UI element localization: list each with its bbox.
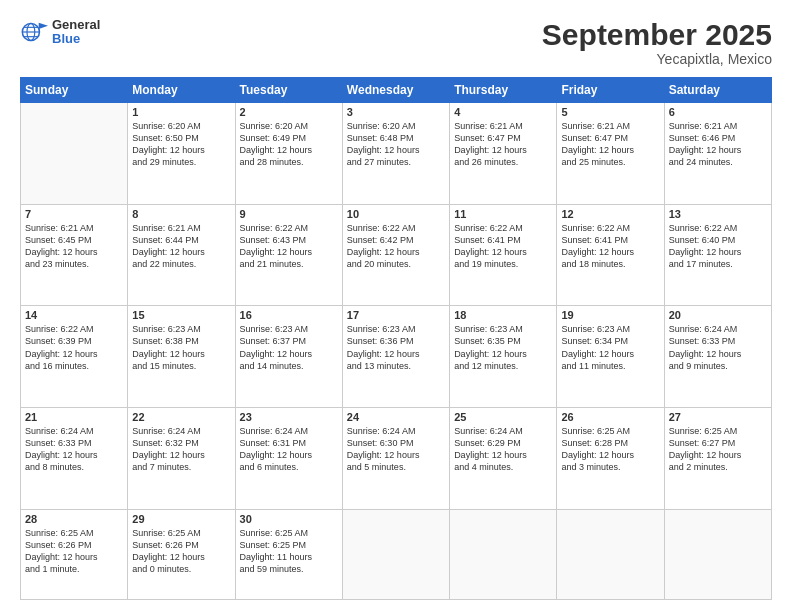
day-number: 19: [561, 309, 659, 321]
day-info: Sunrise: 6:23 AMSunset: 6:36 PMDaylight:…: [347, 323, 445, 372]
table-row: 4Sunrise: 6:21 AMSunset: 6:47 PMDaylight…: [450, 103, 557, 205]
calendar-table: Sunday Monday Tuesday Wednesday Thursday…: [20, 77, 772, 600]
table-row: 22Sunrise: 6:24 AMSunset: 6:32 PMDayligh…: [128, 407, 235, 509]
title-block: September 2025 Yecapixtla, Mexico: [542, 18, 772, 67]
day-info: Sunrise: 6:21 AMSunset: 6:47 PMDaylight:…: [561, 120, 659, 169]
day-info: Sunrise: 6:24 AMSunset: 6:30 PMDaylight:…: [347, 425, 445, 474]
day-info: Sunrise: 6:22 AMSunset: 6:43 PMDaylight:…: [240, 222, 338, 271]
day-number: 22: [132, 411, 230, 423]
table-row: 8Sunrise: 6:21 AMSunset: 6:44 PMDaylight…: [128, 204, 235, 306]
day-info: Sunrise: 6:22 AMSunset: 6:40 PMDaylight:…: [669, 222, 767, 271]
day-info: Sunrise: 6:23 AMSunset: 6:38 PMDaylight:…: [132, 323, 230, 372]
day-number: 6: [669, 106, 767, 118]
day-info: Sunrise: 6:25 AMSunset: 6:25 PMDaylight:…: [240, 527, 338, 576]
day-number: 24: [347, 411, 445, 423]
calendar-week-3: 14Sunrise: 6:22 AMSunset: 6:39 PMDayligh…: [21, 306, 772, 408]
table-row: 13Sunrise: 6:22 AMSunset: 6:40 PMDayligh…: [664, 204, 771, 306]
day-number: 28: [25, 513, 123, 525]
table-row: 5Sunrise: 6:21 AMSunset: 6:47 PMDaylight…: [557, 103, 664, 205]
day-number: 1: [132, 106, 230, 118]
day-info: Sunrise: 6:24 AMSunset: 6:32 PMDaylight:…: [132, 425, 230, 474]
day-number: 20: [669, 309, 767, 321]
day-info: Sunrise: 6:21 AMSunset: 6:47 PMDaylight:…: [454, 120, 552, 169]
col-friday: Friday: [557, 78, 664, 103]
calendar-title: September 2025: [542, 18, 772, 51]
table-row: 18Sunrise: 6:23 AMSunset: 6:35 PMDayligh…: [450, 306, 557, 408]
table-row: 10Sunrise: 6:22 AMSunset: 6:42 PMDayligh…: [342, 204, 449, 306]
table-row: 7Sunrise: 6:21 AMSunset: 6:45 PMDaylight…: [21, 204, 128, 306]
day-number: 2: [240, 106, 338, 118]
table-row: [664, 509, 771, 599]
day-number: 30: [240, 513, 338, 525]
table-row: 17Sunrise: 6:23 AMSunset: 6:36 PMDayligh…: [342, 306, 449, 408]
day-info: Sunrise: 6:25 AMSunset: 6:26 PMDaylight:…: [132, 527, 230, 576]
day-info: Sunrise: 6:23 AMSunset: 6:35 PMDaylight:…: [454, 323, 552, 372]
table-row: 19Sunrise: 6:23 AMSunset: 6:34 PMDayligh…: [557, 306, 664, 408]
day-number: 26: [561, 411, 659, 423]
day-number: 14: [25, 309, 123, 321]
day-info: Sunrise: 6:21 AMSunset: 6:45 PMDaylight:…: [25, 222, 123, 271]
day-number: 16: [240, 309, 338, 321]
table-row: 28Sunrise: 6:25 AMSunset: 6:26 PMDayligh…: [21, 509, 128, 599]
table-row: 12Sunrise: 6:22 AMSunset: 6:41 PMDayligh…: [557, 204, 664, 306]
day-info: Sunrise: 6:25 AMSunset: 6:26 PMDaylight:…: [25, 527, 123, 576]
table-row: 15Sunrise: 6:23 AMSunset: 6:38 PMDayligh…: [128, 306, 235, 408]
day-info: Sunrise: 6:20 AMSunset: 6:49 PMDaylight:…: [240, 120, 338, 169]
day-number: 4: [454, 106, 552, 118]
logo-text: General Blue: [52, 18, 100, 47]
day-number: 13: [669, 208, 767, 220]
table-row: 2Sunrise: 6:20 AMSunset: 6:49 PMDaylight…: [235, 103, 342, 205]
table-row: 27Sunrise: 6:25 AMSunset: 6:27 PMDayligh…: [664, 407, 771, 509]
logo: General Blue: [20, 18, 100, 47]
day-number: 18: [454, 309, 552, 321]
day-number: 5: [561, 106, 659, 118]
calendar-subtitle: Yecapixtla, Mexico: [542, 51, 772, 67]
day-info: Sunrise: 6:21 AMSunset: 6:46 PMDaylight:…: [669, 120, 767, 169]
day-number: 8: [132, 208, 230, 220]
calendar-week-2: 7Sunrise: 6:21 AMSunset: 6:45 PMDaylight…: [21, 204, 772, 306]
day-number: 12: [561, 208, 659, 220]
table-row: 26Sunrise: 6:25 AMSunset: 6:28 PMDayligh…: [557, 407, 664, 509]
day-number: 15: [132, 309, 230, 321]
day-info: Sunrise: 6:24 AMSunset: 6:33 PMDaylight:…: [669, 323, 767, 372]
day-number: 3: [347, 106, 445, 118]
table-row: 9Sunrise: 6:22 AMSunset: 6:43 PMDaylight…: [235, 204, 342, 306]
page: General Blue September 2025 Yecapixtla, …: [0, 0, 792, 612]
table-row: [557, 509, 664, 599]
table-row: [21, 103, 128, 205]
day-info: Sunrise: 6:24 AMSunset: 6:29 PMDaylight:…: [454, 425, 552, 474]
table-row: 3Sunrise: 6:20 AMSunset: 6:48 PMDaylight…: [342, 103, 449, 205]
logo-icon: [20, 18, 48, 46]
col-wednesday: Wednesday: [342, 78, 449, 103]
day-number: 11: [454, 208, 552, 220]
day-number: 17: [347, 309, 445, 321]
table-row: 16Sunrise: 6:23 AMSunset: 6:37 PMDayligh…: [235, 306, 342, 408]
table-row: 14Sunrise: 6:22 AMSunset: 6:39 PMDayligh…: [21, 306, 128, 408]
day-info: Sunrise: 6:25 AMSunset: 6:27 PMDaylight:…: [669, 425, 767, 474]
table-row: 24Sunrise: 6:24 AMSunset: 6:30 PMDayligh…: [342, 407, 449, 509]
calendar-week-1: 1Sunrise: 6:20 AMSunset: 6:50 PMDaylight…: [21, 103, 772, 205]
table-row: 23Sunrise: 6:24 AMSunset: 6:31 PMDayligh…: [235, 407, 342, 509]
day-info: Sunrise: 6:22 AMSunset: 6:42 PMDaylight:…: [347, 222, 445, 271]
day-info: Sunrise: 6:21 AMSunset: 6:44 PMDaylight:…: [132, 222, 230, 271]
calendar-header-row: Sunday Monday Tuesday Wednesday Thursday…: [21, 78, 772, 103]
calendar-week-4: 21Sunrise: 6:24 AMSunset: 6:33 PMDayligh…: [21, 407, 772, 509]
table-row: [450, 509, 557, 599]
day-number: 25: [454, 411, 552, 423]
table-row: 1Sunrise: 6:20 AMSunset: 6:50 PMDaylight…: [128, 103, 235, 205]
day-info: Sunrise: 6:24 AMSunset: 6:33 PMDaylight:…: [25, 425, 123, 474]
day-info: Sunrise: 6:20 AMSunset: 6:50 PMDaylight:…: [132, 120, 230, 169]
day-info: Sunrise: 6:20 AMSunset: 6:48 PMDaylight:…: [347, 120, 445, 169]
day-number: 9: [240, 208, 338, 220]
col-sunday: Sunday: [21, 78, 128, 103]
col-tuesday: Tuesday: [235, 78, 342, 103]
day-info: Sunrise: 6:22 AMSunset: 6:41 PMDaylight:…: [561, 222, 659, 271]
day-number: 27: [669, 411, 767, 423]
table-row: 6Sunrise: 6:21 AMSunset: 6:46 PMDaylight…: [664, 103, 771, 205]
day-info: Sunrise: 6:23 AMSunset: 6:37 PMDaylight:…: [240, 323, 338, 372]
col-saturday: Saturday: [664, 78, 771, 103]
table-row: 29Sunrise: 6:25 AMSunset: 6:26 PMDayligh…: [128, 509, 235, 599]
day-info: Sunrise: 6:23 AMSunset: 6:34 PMDaylight:…: [561, 323, 659, 372]
logo-line2: Blue: [52, 32, 100, 46]
table-row: 25Sunrise: 6:24 AMSunset: 6:29 PMDayligh…: [450, 407, 557, 509]
